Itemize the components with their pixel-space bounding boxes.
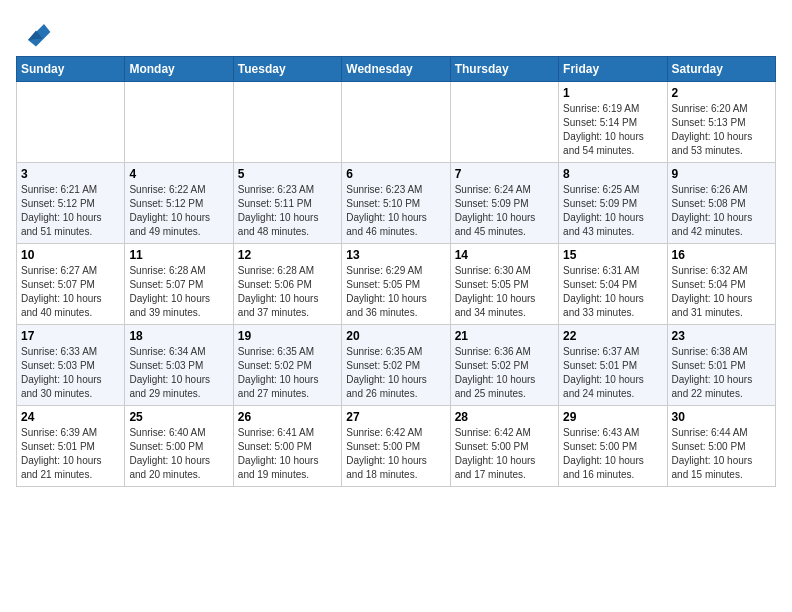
day-info: Sunrise: 6:38 AM Sunset: 5:01 PM Dayligh… [672, 345, 771, 401]
day-number: 4 [129, 167, 228, 181]
day-number: 16 [672, 248, 771, 262]
logo-icon [20, 16, 52, 48]
day-info: Sunrise: 6:22 AM Sunset: 5:12 PM Dayligh… [129, 183, 228, 239]
day-info: Sunrise: 6:42 AM Sunset: 5:00 PM Dayligh… [455, 426, 554, 482]
calendar-cell: 9Sunrise: 6:26 AM Sunset: 5:08 PM Daylig… [667, 163, 775, 244]
calendar-cell: 16Sunrise: 6:32 AM Sunset: 5:04 PM Dayli… [667, 244, 775, 325]
day-number: 7 [455, 167, 554, 181]
day-info: Sunrise: 6:21 AM Sunset: 5:12 PM Dayligh… [21, 183, 120, 239]
calendar-cell: 10Sunrise: 6:27 AM Sunset: 5:07 PM Dayli… [17, 244, 125, 325]
day-number: 21 [455, 329, 554, 343]
day-info: Sunrise: 6:23 AM Sunset: 5:10 PM Dayligh… [346, 183, 445, 239]
calendar-cell: 4Sunrise: 6:22 AM Sunset: 5:12 PM Daylig… [125, 163, 233, 244]
calendar-cell: 15Sunrise: 6:31 AM Sunset: 5:04 PM Dayli… [559, 244, 667, 325]
calendar-cell: 21Sunrise: 6:36 AM Sunset: 5:02 PM Dayli… [450, 325, 558, 406]
day-number: 5 [238, 167, 337, 181]
day-info: Sunrise: 6:43 AM Sunset: 5:00 PM Dayligh… [563, 426, 662, 482]
calendar-cell: 12Sunrise: 6:28 AM Sunset: 5:06 PM Dayli… [233, 244, 341, 325]
day-number: 14 [455, 248, 554, 262]
calendar-cell: 29Sunrise: 6:43 AM Sunset: 5:00 PM Dayli… [559, 406, 667, 487]
calendar-cell: 13Sunrise: 6:29 AM Sunset: 5:05 PM Dayli… [342, 244, 450, 325]
day-info: Sunrise: 6:28 AM Sunset: 5:07 PM Dayligh… [129, 264, 228, 320]
day-number: 8 [563, 167, 662, 181]
day-number: 17 [21, 329, 120, 343]
day-number: 25 [129, 410, 228, 424]
day-number: 18 [129, 329, 228, 343]
day-number: 29 [563, 410, 662, 424]
calendar-header: SundayMondayTuesdayWednesdayThursdayFrid… [17, 57, 776, 82]
day-number: 2 [672, 86, 771, 100]
day-info: Sunrise: 6:31 AM Sunset: 5:04 PM Dayligh… [563, 264, 662, 320]
day-info: Sunrise: 6:34 AM Sunset: 5:03 PM Dayligh… [129, 345, 228, 401]
calendar-cell [450, 82, 558, 163]
day-info: Sunrise: 6:24 AM Sunset: 5:09 PM Dayligh… [455, 183, 554, 239]
day-number: 24 [21, 410, 120, 424]
calendar-cell: 11Sunrise: 6:28 AM Sunset: 5:07 PM Dayli… [125, 244, 233, 325]
day-number: 1 [563, 86, 662, 100]
logo [16, 16, 52, 48]
day-info: Sunrise: 6:40 AM Sunset: 5:00 PM Dayligh… [129, 426, 228, 482]
weekday-header-friday: Friday [559, 57, 667, 82]
day-info: Sunrise: 6:20 AM Sunset: 5:13 PM Dayligh… [672, 102, 771, 158]
day-info: Sunrise: 6:42 AM Sunset: 5:00 PM Dayligh… [346, 426, 445, 482]
calendar: SundayMondayTuesdayWednesdayThursdayFrid… [16, 56, 776, 487]
calendar-cell: 8Sunrise: 6:25 AM Sunset: 5:09 PM Daylig… [559, 163, 667, 244]
day-info: Sunrise: 6:32 AM Sunset: 5:04 PM Dayligh… [672, 264, 771, 320]
calendar-cell: 17Sunrise: 6:33 AM Sunset: 5:03 PM Dayli… [17, 325, 125, 406]
calendar-cell: 1Sunrise: 6:19 AM Sunset: 5:14 PM Daylig… [559, 82, 667, 163]
day-info: Sunrise: 6:37 AM Sunset: 5:01 PM Dayligh… [563, 345, 662, 401]
day-info: Sunrise: 6:39 AM Sunset: 5:01 PM Dayligh… [21, 426, 120, 482]
day-number: 11 [129, 248, 228, 262]
calendar-cell [17, 82, 125, 163]
day-info: Sunrise: 6:35 AM Sunset: 5:02 PM Dayligh… [238, 345, 337, 401]
day-number: 20 [346, 329, 445, 343]
day-number: 26 [238, 410, 337, 424]
calendar-cell: 23Sunrise: 6:38 AM Sunset: 5:01 PM Dayli… [667, 325, 775, 406]
day-number: 22 [563, 329, 662, 343]
calendar-cell: 3Sunrise: 6:21 AM Sunset: 5:12 PM Daylig… [17, 163, 125, 244]
day-info: Sunrise: 6:27 AM Sunset: 5:07 PM Dayligh… [21, 264, 120, 320]
weekday-header-wednesday: Wednesday [342, 57, 450, 82]
day-number: 28 [455, 410, 554, 424]
calendar-cell: 30Sunrise: 6:44 AM Sunset: 5:00 PM Dayli… [667, 406, 775, 487]
calendar-cell: 6Sunrise: 6:23 AM Sunset: 5:10 PM Daylig… [342, 163, 450, 244]
day-number: 19 [238, 329, 337, 343]
day-info: Sunrise: 6:44 AM Sunset: 5:00 PM Dayligh… [672, 426, 771, 482]
calendar-cell: 5Sunrise: 6:23 AM Sunset: 5:11 PM Daylig… [233, 163, 341, 244]
day-info: Sunrise: 6:29 AM Sunset: 5:05 PM Dayligh… [346, 264, 445, 320]
day-number: 15 [563, 248, 662, 262]
weekday-header-monday: Monday [125, 57, 233, 82]
calendar-cell: 7Sunrise: 6:24 AM Sunset: 5:09 PM Daylig… [450, 163, 558, 244]
calendar-cell [233, 82, 341, 163]
day-info: Sunrise: 6:35 AM Sunset: 5:02 PM Dayligh… [346, 345, 445, 401]
day-info: Sunrise: 6:28 AM Sunset: 5:06 PM Dayligh… [238, 264, 337, 320]
calendar-cell: 2Sunrise: 6:20 AM Sunset: 5:13 PM Daylig… [667, 82, 775, 163]
day-info: Sunrise: 6:23 AM Sunset: 5:11 PM Dayligh… [238, 183, 337, 239]
calendar-cell: 14Sunrise: 6:30 AM Sunset: 5:05 PM Dayli… [450, 244, 558, 325]
weekday-header-tuesday: Tuesday [233, 57, 341, 82]
day-number: 3 [21, 167, 120, 181]
weekday-header-thursday: Thursday [450, 57, 558, 82]
calendar-cell: 19Sunrise: 6:35 AM Sunset: 5:02 PM Dayli… [233, 325, 341, 406]
weekday-header-saturday: Saturday [667, 57, 775, 82]
day-info: Sunrise: 6:26 AM Sunset: 5:08 PM Dayligh… [672, 183, 771, 239]
day-number: 12 [238, 248, 337, 262]
day-info: Sunrise: 6:36 AM Sunset: 5:02 PM Dayligh… [455, 345, 554, 401]
calendar-cell: 25Sunrise: 6:40 AM Sunset: 5:00 PM Dayli… [125, 406, 233, 487]
weekday-header-sunday: Sunday [17, 57, 125, 82]
day-number: 9 [672, 167, 771, 181]
calendar-cell: 26Sunrise: 6:41 AM Sunset: 5:00 PM Dayli… [233, 406, 341, 487]
day-info: Sunrise: 6:41 AM Sunset: 5:00 PM Dayligh… [238, 426, 337, 482]
day-info: Sunrise: 6:33 AM Sunset: 5:03 PM Dayligh… [21, 345, 120, 401]
day-number: 27 [346, 410, 445, 424]
calendar-cell: 27Sunrise: 6:42 AM Sunset: 5:00 PM Dayli… [342, 406, 450, 487]
calendar-cell: 22Sunrise: 6:37 AM Sunset: 5:01 PM Dayli… [559, 325, 667, 406]
day-number: 10 [21, 248, 120, 262]
day-number: 13 [346, 248, 445, 262]
calendar-cell: 18Sunrise: 6:34 AM Sunset: 5:03 PM Dayli… [125, 325, 233, 406]
calendar-cell [342, 82, 450, 163]
calendar-cell: 20Sunrise: 6:35 AM Sunset: 5:02 PM Dayli… [342, 325, 450, 406]
calendar-cell: 24Sunrise: 6:39 AM Sunset: 5:01 PM Dayli… [17, 406, 125, 487]
day-info: Sunrise: 6:25 AM Sunset: 5:09 PM Dayligh… [563, 183, 662, 239]
page-header [16, 16, 776, 48]
